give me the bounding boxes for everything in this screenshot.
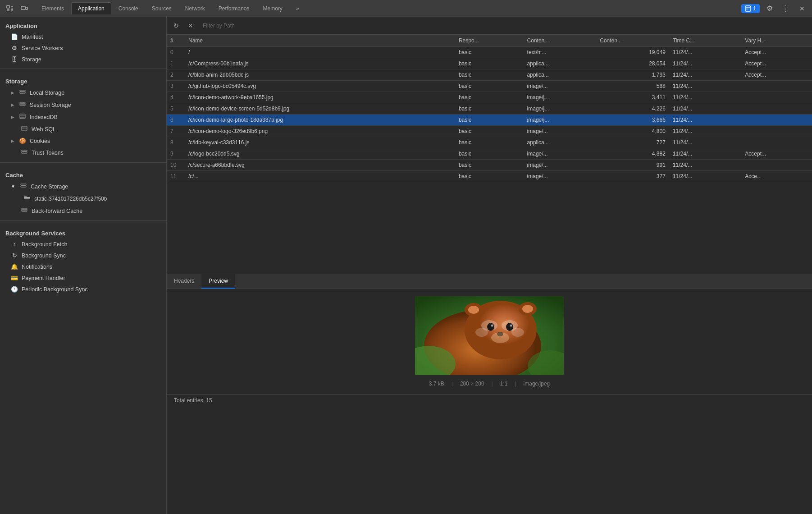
sidebar-item-bg-fetch[interactable]: ↕ Background Fetch xyxy=(0,239,166,250)
cell-response: basic xyxy=(455,103,524,115)
sidebar-item-storage-main[interactable]: 🗄 Storage xyxy=(0,54,166,65)
table-row[interactable]: 9 /c/logo-bcc20dd5.svg basic image/... 4… xyxy=(167,148,812,160)
tab-sources[interactable]: Sources xyxy=(146,3,178,14)
sidebar-item-cookies[interactable]: ▶ 🍪 Cookies xyxy=(0,135,166,147)
notification-count[interactable]: 1 xyxy=(741,4,760,13)
cell-response: basic xyxy=(455,148,524,160)
session-storage-icon xyxy=(19,101,26,109)
sidebar-item-periodic-bg-sync[interactable]: 🕐 Periodic Background Sync xyxy=(0,284,166,295)
websql-icon xyxy=(21,125,28,133)
device-toolbar-icon[interactable] xyxy=(18,2,31,15)
tab-headers[interactable]: Headers xyxy=(167,274,201,289)
table-row[interactable]: 5 /c/icon-demo-device-screen-5d52d8b9.jp… xyxy=(167,103,812,115)
cell-content2: 727 xyxy=(596,137,669,148)
sidebar-item-cache-storage[interactable]: ▼ Cache Storage xyxy=(0,180,166,193)
settings-icon[interactable]: ⚙ xyxy=(763,2,776,15)
tab-bar: Elements Application Console Sources Net… xyxy=(0,0,812,17)
cell-id: 9 xyxy=(167,148,185,160)
expand-arrow-cache-icon: ▼ xyxy=(11,184,15,189)
close-icon[interactable]: ✕ xyxy=(796,2,808,15)
refresh-button[interactable]: ↻ xyxy=(170,20,182,32)
table-row[interactable]: 3 /c/github-logo-bc05494c.svg basic imag… xyxy=(167,81,812,92)
cell-time: 11/24/... xyxy=(669,81,741,92)
sidebar-item-trust-tokens[interactable]: Trust Tokens xyxy=(0,147,166,159)
preview-image-container xyxy=(415,296,564,375)
tab-application[interactable]: Application xyxy=(71,2,111,14)
sidebar-item-bg-sync[interactable]: ↻ Background Sync xyxy=(0,250,166,261)
filter-input[interactable] xyxy=(199,21,808,31)
sidebar-item-notifications[interactable]: 🔔 Notifications xyxy=(0,261,166,272)
col-content1: Conten... xyxy=(524,35,597,47)
cell-id: 3 xyxy=(167,81,185,92)
svg-point-39 xyxy=(487,323,494,331)
table-row[interactable]: 1 /c/Compress-00b1eafa.js basic applica.… xyxy=(167,58,812,69)
cell-content2: 28,054 xyxy=(596,58,669,69)
cell-time: 11/24/... xyxy=(669,69,741,81)
sidebar-item-local-storage[interactable]: ▶ Local Storage xyxy=(0,87,166,99)
svg-point-41 xyxy=(491,325,493,327)
tab-elements[interactable]: Elements xyxy=(35,3,70,14)
table-row[interactable]: 6 /c/icon-demo-large-photo-18da387a.jpg … xyxy=(167,115,812,126)
sidebar-item-service-workers[interactable]: ⚙ Service Workers xyxy=(0,42,166,54)
payment-handler-icon: 💳 xyxy=(11,275,18,281)
separator-1: | xyxy=(452,381,453,387)
cell-id: 6 xyxy=(167,115,185,126)
table-row[interactable]: 0 / basic text/ht... 19,049 11/24/... Ac… xyxy=(167,47,812,58)
cell-time: 11/24/... xyxy=(669,137,741,148)
preview-panel: Headers Preview xyxy=(167,274,812,394)
col-time: Time C... xyxy=(669,35,741,47)
cell-content1: text/ht... xyxy=(524,47,597,58)
cell-content2: 4,382 xyxy=(596,148,669,160)
inspect-icon[interactable] xyxy=(4,2,16,15)
cell-content1: image/j... xyxy=(524,115,597,126)
table-row[interactable]: 11 /c/... basic image/... 377 11/24/... … xyxy=(167,171,812,182)
cell-response: basic xyxy=(455,92,524,103)
tab-network[interactable]: Network xyxy=(179,3,211,14)
table-row[interactable]: 7 /c/icon-demo-logo-326ed9b6.png basic i… xyxy=(167,126,812,137)
cell-name: /c/blob-anim-2db05bdc.js xyxy=(185,69,455,81)
cell-vary: Accept... xyxy=(741,148,812,160)
cell-vary: Accept... xyxy=(741,58,812,69)
col-name: Name xyxy=(185,35,455,47)
sidebar-item-websql[interactable]: Web SQL xyxy=(0,123,166,135)
cell-id: 5 xyxy=(167,103,185,115)
cell-response: basic xyxy=(455,160,524,171)
cell-content1: image/j... xyxy=(524,92,597,103)
table-row[interactable]: 10 /c/secure-a66bbdfe.svg basic image/..… xyxy=(167,160,812,171)
filter-bar: ↻ ✕ xyxy=(167,17,812,35)
sidebar-item-backforward-cache[interactable]: Back-forward Cache xyxy=(0,205,166,217)
col-hash: # xyxy=(167,35,185,47)
table-row[interactable]: 4 /c/icon-demo-artwork-9eba1655.jpg basi… xyxy=(167,92,812,103)
clear-button[interactable]: ✕ xyxy=(185,20,196,32)
separator-2: | xyxy=(492,381,493,387)
sidebar-item-payment-handler[interactable]: 💳 Payment Handler xyxy=(0,272,166,284)
cell-name: / xyxy=(185,47,455,58)
more-dots-icon[interactable]: ⋮ xyxy=(780,2,792,15)
sidebar-item-manifest[interactable]: 📄 Manifest xyxy=(0,31,166,42)
tab-performance[interactable]: Performance xyxy=(212,3,256,14)
cell-response: basic xyxy=(455,81,524,92)
sidebar-item-session-storage[interactable]: ▶ Session Storage xyxy=(0,99,166,111)
devtools-actions xyxy=(4,2,31,15)
tab-console[interactable]: Console xyxy=(112,3,145,14)
divider-2 xyxy=(0,162,166,163)
cell-name: /c/... xyxy=(185,171,455,182)
tab-preview[interactable]: Preview xyxy=(201,274,235,289)
cell-content1: applica... xyxy=(524,58,597,69)
tab-memory[interactable]: Memory xyxy=(257,3,289,14)
image-dimensions: 200 × 200 xyxy=(460,381,484,387)
table-row[interactable]: 2 /c/blob-anim-2db05bdc.js basic applica… xyxy=(167,69,812,81)
cell-id: 4 xyxy=(167,92,185,103)
tab-more[interactable]: » xyxy=(290,3,306,14)
svg-rect-22 xyxy=(22,152,27,153)
svg-rect-19 xyxy=(22,126,27,131)
svg-rect-13 xyxy=(20,92,25,93)
sidebar-item-cache-storage-sub[interactable]: static-3741017226db5c27f50b xyxy=(0,193,166,205)
sidebar-item-indexeddb[interactable]: ▶ IndexedDB xyxy=(0,111,166,123)
table-row[interactable]: 8 /c/idb-keyval-c33d3116.js basic applic… xyxy=(167,137,812,148)
cell-name: /c/icon-demo-device-screen-5d52d8b9.jpg xyxy=(185,103,455,115)
image-ratio: 1:1 xyxy=(500,381,508,387)
cell-time: 11/24/... xyxy=(669,126,741,137)
divider-3 xyxy=(0,220,166,221)
cell-name: /c/github-logo-bc05494c.svg xyxy=(185,81,455,92)
